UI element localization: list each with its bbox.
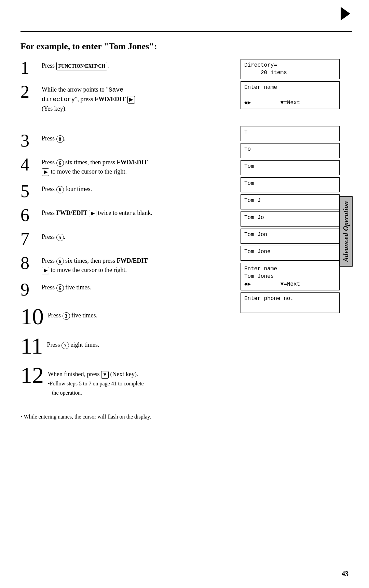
page-title: For example, to enter "Tom Jones": (20, 41, 352, 52)
step-4: 4 Press 6 six times, then press FWD/EDIT… (20, 156, 230, 176)
step-number-9: 9 (20, 281, 38, 299)
step-number-1: 1 (20, 59, 38, 77)
fwd-edit-arrow-4[interactable]: ▶ (42, 168, 49, 176)
key-6-step5[interactable]: 6 (56, 186, 64, 193)
step-5: 5 Press 6 four times. (20, 182, 230, 200)
display-step11: Enter nameTom Jones◆▶ ▼=Next (241, 263, 340, 290)
step-number-10: 10 (20, 305, 44, 328)
step-content-4: Press 6 six times, then press FWD/EDIT ▶… (42, 156, 148, 176)
display-step5: Tom (241, 160, 340, 175)
step-12: 12 When finished, press ▼ (Next key). •F… (20, 364, 230, 397)
step-number-7: 7 (20, 230, 38, 248)
step-6: 6 Press FWD/EDIT ▶ twice to enter a blan… (20, 206, 230, 224)
step-content-11: Press 7 eight times. (47, 334, 99, 350)
step-content-12: When finished, press ▼ (Next key). •Foll… (48, 364, 144, 397)
step-10: 10 Press 3 five times. (20, 305, 230, 328)
step-content-6: Press FWD/EDIT ▶ twice to enter a blank. (42, 206, 152, 218)
footer-note: While entering names, the cursor will fl… (20, 414, 352, 420)
step-content-9: Press 6 five times. (42, 281, 91, 292)
step-1: 1 Press FUNCTION/EXIT/CH. (20, 59, 230, 77)
fwd-edit-arrow-8[interactable]: ▶ (42, 267, 49, 274)
step-number-6: 6 (20, 206, 38, 224)
display-step6: Tom (241, 177, 340, 192)
step-2: 2 While the arrow points to "Savedirecto… (20, 83, 230, 113)
key-3-step10[interactable]: 3 (63, 312, 70, 320)
display-step12: Enter phone no. (241, 292, 340, 313)
display-step4: To (241, 143, 340, 158)
footer-bullet (20, 414, 24, 420)
key-6-step9[interactable]: 6 (56, 284, 64, 292)
step-content-7: Press 5. (42, 230, 65, 242)
top-border (20, 31, 352, 32)
display-step10: Tom Jone (241, 246, 340, 261)
display-step7: Tom J (241, 194, 340, 209)
display-step3: T (241, 126, 340, 141)
right-displays: Directory= 20 items Enter name◆▶ ▼=Next … (241, 59, 340, 404)
step-content-10: Press 3 five times. (48, 305, 97, 320)
step-number-3: 3 (20, 132, 38, 150)
display-directory: Directory= 20 items (241, 59, 340, 79)
right-wrapper: Directory= 20 items Enter name◆▶ ▼=Next … (241, 59, 352, 404)
step-9: 9 Press 6 five times. (20, 281, 230, 299)
step-number-12: 12 (20, 364, 44, 387)
step-number-11: 11 (20, 334, 43, 357)
page-number: 43 (342, 570, 348, 578)
step-number-8: 8 (20, 254, 38, 272)
step-content-2: While the arrow points to "Savedirectory… (42, 83, 135, 113)
step-content-5: Press 6 four times. (42, 182, 92, 194)
key-down-step12[interactable]: ▼ (101, 371, 109, 379)
key-6-step4[interactable]: 6 (56, 159, 64, 167)
step-content-1: Press FUNCTION/EXIT/CH. (42, 59, 109, 70)
left-column: 1 Press FUNCTION/EXIT/CH. 2 While the ar… (20, 59, 241, 404)
fwd-edit-arrow-2[interactable]: ▶ (127, 96, 135, 104)
step-content-8: Press 6 six times, then press FWD/EDIT ▶… (42, 254, 148, 275)
step-number-2: 2 (20, 83, 38, 101)
step-8: 8 Press 6 six times, then press FWD/EDIT… (20, 254, 230, 275)
function-exit-ch-key[interactable]: FUNCTION/EXIT/CH (56, 62, 108, 70)
step-number-4: 4 (20, 156, 38, 174)
key-6-step8[interactable]: 6 (56, 258, 64, 265)
page-container: For example, to enter "Tom Jones": 1 Pre… (0, 0, 369, 588)
fwd-edit-arrow-6[interactable]: ▶ (89, 210, 96, 217)
step-11: 11 Press 7 eight times. (20, 334, 230, 357)
step-7: 7 Press 5. (20, 230, 230, 248)
display-step8: Tom Jo (241, 211, 340, 227)
advanced-tab-label: Advanced Operation (339, 196, 353, 266)
step-number-5: 5 (20, 182, 38, 200)
step-3: 3 Press 8. (20, 132, 230, 150)
key-7-step11[interactable]: 7 (62, 342, 69, 349)
advanced-operation-tab: Advanced Operation (340, 59, 352, 404)
step-content-3: Press 8. (42, 132, 65, 143)
footer-note-text: While entering names, the cursor will fl… (24, 414, 151, 420)
display-enter-name-top: Enter name◆▶ ▼=Next (241, 81, 340, 109)
key-5-step7[interactable]: 5 (56, 234, 64, 241)
content-area: 1 Press FUNCTION/EXIT/CH. 2 While the ar… (20, 59, 352, 404)
key-8[interactable]: 8 (56, 135, 64, 143)
display-step9: Tom Jon (241, 229, 340, 244)
top-arrow-icon (341, 7, 350, 20)
